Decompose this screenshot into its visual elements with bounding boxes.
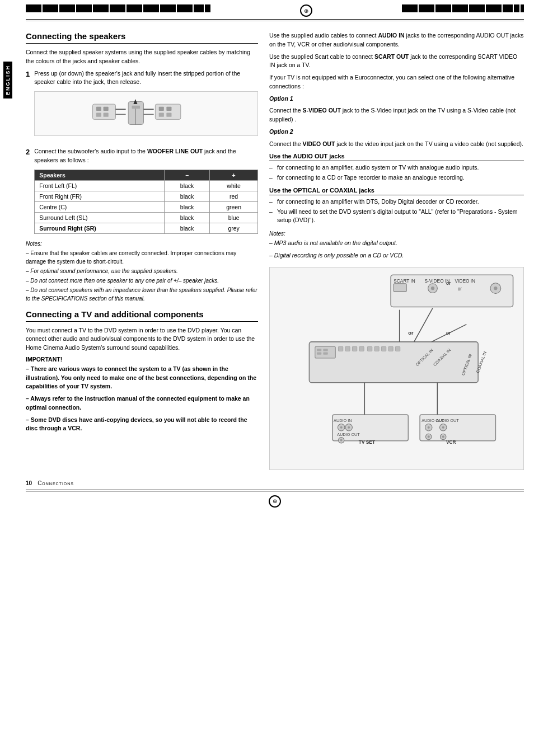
option2-text: Connect the VIDEO OUT jack to the video … xyxy=(269,140,524,149)
step1-block: 1 Press up (or down) the speaker's jack … xyxy=(26,69,258,142)
svg-text:AUDIO IN: AUDIO IN xyxy=(334,418,352,423)
table-row: Centre (C) black green xyxy=(35,201,258,212)
euroconnector-para: If your TV is not equipped with a Euroco… xyxy=(269,73,524,91)
svg-point-23 xyxy=(431,287,434,290)
speaker-illustration xyxy=(34,91,258,136)
note-4: – Do not connect speakers with an impeda… xyxy=(26,286,258,303)
table-row: Surround Right (SR) black grey xyxy=(35,223,258,233)
note-3: – Do not connect more than one speaker t… xyxy=(26,276,258,285)
speaker-name-sl: Surround Left (SL) xyxy=(35,212,165,223)
svg-rect-14 xyxy=(159,107,164,111)
main-content: Connecting the speakers Connect the supp… xyxy=(26,31,524,470)
connections-text: Connections xyxy=(38,480,74,486)
svg-rect-42 xyxy=(388,346,393,351)
step2-block: 2 Connect the subwoofer's audio input to… xyxy=(26,147,258,234)
section1-intro: Connect the supplied speaker systems usi… xyxy=(26,48,258,66)
svg-text:or: or xyxy=(458,286,462,292)
svg-rect-4 xyxy=(104,113,109,117)
option2-title: Option 2 xyxy=(269,128,524,137)
compass-registration-mark-bottom: ⊕ xyxy=(269,495,281,508)
step1-number: 1 xyxy=(26,70,30,78)
svg-line-70 xyxy=(414,308,433,341)
optical-item-2: You will need to set the DVD system's di… xyxy=(269,208,524,226)
svg-text:AUDIO OUT: AUDIO OUT xyxy=(337,432,360,437)
optical-note-2: – Digital recording is only possible on … xyxy=(269,251,524,260)
svg-rect-36 xyxy=(345,346,350,351)
svg-text:VCR: VCR xyxy=(446,439,456,444)
note-1: – Ensure that the speaker cables are cor… xyxy=(26,249,258,266)
audio-out-list: for connecting to an amplifier, audio sy… xyxy=(269,163,524,182)
compass-registration-mark: ⊕ xyxy=(300,4,312,17)
table-header-speakers: Speakers xyxy=(35,170,165,180)
page-number: 10 xyxy=(26,480,32,486)
audio-out-subsection-title: Use the AUDIO OUT jacks xyxy=(269,153,524,161)
svg-text:or: or xyxy=(446,280,451,285)
speaker-neg-fl: black xyxy=(164,180,209,191)
table-row: Surround Left (SL) black blue xyxy=(35,212,258,223)
important-item-1: – There are various ways to connect the … xyxy=(26,365,258,391)
optical-list: for connecting to an amplifier with DTS,… xyxy=(269,198,524,225)
note-2: – For optimal sound performance, use the… xyxy=(26,267,258,275)
scart-bold: SCART OUT xyxy=(374,53,409,60)
svg-text:or: or xyxy=(408,330,414,336)
svg-point-61 xyxy=(428,426,430,428)
svg-point-53 xyxy=(348,426,350,428)
step2-text: Connect the subwoofer's audio input to t… xyxy=(34,147,258,165)
speaker-neg-sl: black xyxy=(164,212,209,223)
svg-rect-38 xyxy=(359,346,364,351)
svg-rect-20 xyxy=(394,283,406,292)
svg-rect-1 xyxy=(96,107,101,111)
connections-label: Connections xyxy=(38,480,74,486)
connection-diagram: SCART IN S-VIDEO IN or VIDEO IN or xyxy=(269,267,524,470)
svg-rect-35 xyxy=(338,346,343,351)
step2-number: 2 xyxy=(26,148,30,156)
optical-notes-title: Notes: xyxy=(269,229,524,238)
svg-point-51 xyxy=(340,426,343,428)
svg-rect-0 xyxy=(93,104,116,119)
important-label: IMPORTANT! xyxy=(26,356,258,363)
important-item-3: – Some DVD discs have anti-copying devic… xyxy=(26,416,258,434)
svg-rect-16 xyxy=(159,113,164,117)
svg-rect-7 xyxy=(128,102,143,125)
option1-text: Connect the S-VIDEO OUT jack to the S-Vi… xyxy=(269,106,524,124)
audio-out-item-1: for connecting to an amplifier, audio sy… xyxy=(269,163,524,172)
important-item-2: – Always refer to the instruction manual… xyxy=(26,395,258,412)
option1-title: Option 1 xyxy=(269,95,524,104)
svg-rect-33 xyxy=(317,352,321,354)
optical-note-1: – MP3 audio is not available on the digi… xyxy=(269,239,524,248)
svg-text:TV SET: TV SET xyxy=(359,439,375,444)
step2-content: Connect the subwoofer's audio input to t… xyxy=(34,147,258,234)
table-row: Front Right (FR) black red xyxy=(35,191,258,201)
speaker-pos-sr: grey xyxy=(210,223,258,233)
svg-text:SCART IN: SCART IN xyxy=(394,278,415,283)
svg-rect-31 xyxy=(317,349,321,351)
bottom-decorative-bars: ⊕ xyxy=(16,492,534,511)
top-line-thin xyxy=(26,21,524,21)
svg-rect-3 xyxy=(96,113,101,117)
svg-point-64 xyxy=(442,426,444,428)
scart-para: Use the supplied Scart cable to connect … xyxy=(269,53,524,71)
svg-rect-37 xyxy=(352,346,357,351)
top-decorative-bars: ⊕ xyxy=(16,0,534,17)
bottom-line xyxy=(26,490,524,490)
table-row: Front Left (FL) black white xyxy=(35,180,258,191)
page-footer: 10 Connections xyxy=(26,480,524,486)
audio-out-item-2: for connecting to a CD or Tape recorder … xyxy=(269,173,524,182)
top-bar-right xyxy=(402,4,524,12)
svg-text:AUDIO OUT: AUDIO OUT xyxy=(436,418,459,423)
svg-point-56 xyxy=(340,439,343,441)
speaker-name-sr: Surround Right (SR) xyxy=(35,223,165,233)
svg-rect-34 xyxy=(323,352,327,354)
svg-rect-8 xyxy=(132,106,140,109)
speaker-pos-fl: white xyxy=(210,180,258,191)
speaker-neg-fr: black xyxy=(164,191,209,201)
language-label: English xyxy=(3,62,12,98)
section2-intro: You must connect a TV to the DVD system … xyxy=(26,326,258,353)
speaker-neg-sr: black xyxy=(164,223,209,233)
svg-text:VIDEO IN: VIDEO IN xyxy=(455,278,476,283)
left-column: Connecting the speakers Connect the supp… xyxy=(26,31,258,470)
audio-in-para: Use the supplied audio cables to connect… xyxy=(269,31,524,49)
right-column: Use the supplied audio cables to connect… xyxy=(269,31,524,470)
speaker-pos-c: green xyxy=(210,201,258,212)
optical-item-1: for connecting to an amplifier with DTS,… xyxy=(269,198,524,206)
